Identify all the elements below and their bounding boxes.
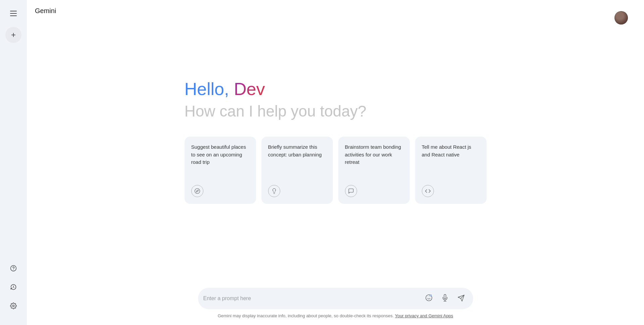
emoji-icon (425, 294, 433, 303)
header: Gemini (27, 0, 644, 21)
disclaimer: Gemini may display inaccurate info, incl… (218, 313, 453, 318)
bottom-area: Gemini may display inaccurate info, incl… (27, 288, 644, 325)
sidebar-bottom (5, 261, 21, 320)
sidebar-top: + (5, 5, 21, 255)
microphone-icon (441, 294, 449, 303)
svg-point-3 (195, 189, 200, 194)
code-icon (422, 185, 434, 197)
chat-icon (345, 185, 357, 197)
menu-button[interactable] (5, 5, 21, 21)
greeting-subtitle: How can I help you today? (185, 102, 487, 121)
disclaimer-text: Gemini may display inaccurate info, incl… (218, 313, 394, 318)
bulb-icon (268, 185, 280, 197)
emoji-button[interactable] (422, 292, 436, 305)
sidebar: + (0, 0, 27, 325)
plus-icon: + (11, 30, 16, 40)
send-button[interactable] (454, 292, 468, 305)
card-react[interactable]: Tell me about React js and React native (415, 137, 487, 204)
header-wrapper: Gemini (35, 7, 636, 15)
card-react-icon-container (422, 185, 434, 197)
card-urban-planning-icon-container (268, 185, 280, 197)
card-team-bonding-icon-container (345, 185, 357, 197)
history-button[interactable] (5, 279, 21, 295)
menu-line-1 (10, 11, 17, 11)
user-avatar[interactable] (614, 11, 628, 25)
card-team-bonding-text: Brainstorm team bonding activities for o… (345, 143, 403, 166)
app-title: Gemini (35, 7, 56, 15)
greeting-name: Dev (234, 79, 265, 99)
help-icon (10, 265, 17, 273)
history-icon (10, 284, 17, 291)
card-road-trip-icon-container (191, 185, 203, 197)
greeting-heading: Hello, Dev (185, 79, 487, 99)
card-team-bonding[interactable]: Brainstorm team bonding activities for o… (338, 137, 410, 204)
new-chat-button[interactable]: + (5, 27, 21, 43)
avatar-image (614, 11, 628, 25)
settings-icon (10, 303, 17, 310)
main-content: Gemini Hello, Dev How can I help you tod… (27, 0, 644, 325)
card-road-trip[interactable]: Suggest beautiful places to see on an up… (185, 137, 256, 204)
greeting-container: Hello, Dev How can I help you today? (185, 79, 487, 121)
menu-line-2 (10, 13, 17, 14)
prompt-input[interactable] (203, 295, 419, 301)
card-urban-planning[interactable]: Briefly summarize this concept: urban pl… (261, 137, 333, 204)
privacy-link[interactable]: Your privacy and Gemini Apps (395, 313, 453, 318)
svg-marker-4 (196, 190, 198, 192)
greeting-hello: Hello, (185, 79, 234, 99)
input-container (198, 288, 473, 309)
help-button[interactable] (5, 261, 21, 277)
settings-button[interactable] (5, 298, 21, 314)
microphone-button[interactable] (438, 292, 452, 305)
svg-point-2 (13, 305, 14, 307)
send-icon (457, 294, 465, 303)
suggestion-cards: Suggest beautiful places to see on an up… (185, 137, 487, 204)
card-road-trip-text: Suggest beautiful places to see on an up… (191, 143, 249, 166)
card-react-text: Tell me about React js and React native (422, 143, 480, 158)
card-urban-planning-text: Briefly summarize this concept: urban pl… (268, 143, 326, 158)
compass-icon (191, 185, 203, 197)
menu-line-3 (10, 15, 17, 16)
content-area: Hello, Dev How can I help you today? Sug… (27, 21, 644, 288)
